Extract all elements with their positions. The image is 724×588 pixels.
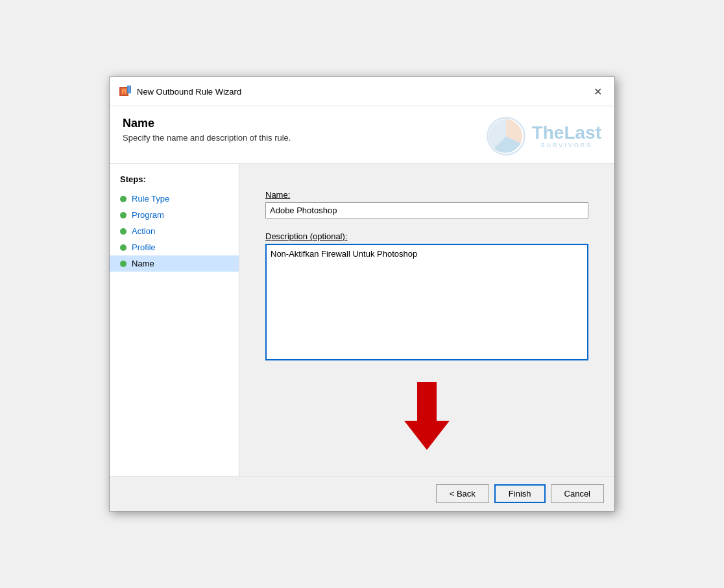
step-dot-profile: [120, 244, 127, 251]
step-dot-program: [120, 212, 127, 218]
dialog-title: New Outbound Rule Wizard: [137, 87, 241, 97]
page-subtitle: Specify the name and description of this…: [123, 133, 291, 143]
desc-label: Description (optional):: [265, 231, 588, 241]
name-input[interactable]: [265, 202, 588, 218]
red-arrow-indicator: [404, 382, 450, 450]
logo-icon: [487, 117, 525, 156]
logo-main-text: TheLast: [532, 124, 601, 142]
step-dot-rule-type: [120, 196, 127, 202]
cancel-button[interactable]: Cancel: [551, 484, 604, 503]
back-button[interactable]: < Back: [436, 484, 489, 503]
description-textarea[interactable]: Non-Aktifkan Firewall Untuk Photoshop: [265, 244, 588, 360]
finish-button[interactable]: Finish: [494, 484, 546, 503]
arrow-head: [404, 421, 450, 450]
title-bar: New Outbound Rule Wizard ✕: [110, 77, 614, 106]
wizard-icon: [119, 85, 132, 98]
main-content: Name: Description (optional): Non-Aktifk…: [239, 164, 614, 476]
arrow-container: [265, 382, 588, 450]
sidebar-label-rule-type: Rule Type: [132, 194, 169, 204]
sidebar-item-program[interactable]: Program: [110, 207, 239, 223]
sidebar-item-name[interactable]: Name: [110, 255, 239, 272]
sidebar-item-rule-type[interactable]: Rule Type: [110, 191, 239, 207]
step-dot-action: [120, 228, 127, 235]
sidebar-header: Steps:: [110, 174, 239, 191]
logo-text-area: TheLast SURVIVORS: [532, 124, 601, 148]
title-bar-left: New Outbound Rule Wizard: [119, 85, 241, 98]
sidebar-item-profile[interactable]: Profile: [110, 239, 239, 255]
logo-area: TheLast SURVIVORS: [487, 117, 601, 156]
content-area: Steps: Rule Type Program Action Profile …: [110, 164, 614, 476]
arrow-shaft: [417, 382, 437, 421]
name-label: Name:: [265, 190, 588, 200]
logo-sub-text: SURVIVORS: [532, 142, 601, 148]
sidebar-label-profile: Profile: [132, 242, 156, 252]
desc-label-underline: D: [265, 231, 271, 241]
svg-rect-5: [128, 86, 130, 93]
step-dot-name: [120, 261, 127, 267]
footer: < Back Finish Cancel: [110, 476, 614, 511]
description-field-group: Description (optional): Non-Aktifkan Fir…: [265, 231, 588, 362]
sidebar-label-action: Action: [132, 226, 155, 236]
close-button[interactable]: ✕: [590, 84, 605, 99]
sidebar: Steps: Rule Type Program Action Profile …: [110, 164, 239, 476]
name-label-underline: N: [265, 190, 271, 200]
sidebar-label-program: Program: [132, 210, 164, 220]
header-text: Name Specify the name and description of…: [123, 117, 291, 143]
name-field-group: Name:: [265, 190, 588, 218]
svg-rect-3: [123, 91, 125, 93]
header-section: Name Specify the name and description of…: [110, 106, 614, 164]
page-title: Name: [123, 117, 291, 130]
sidebar-item-action[interactable]: Action: [110, 223, 239, 239]
sidebar-label-name: Name: [132, 259, 154, 268]
dialog-window: New Outbound Rule Wizard ✕ Name Specify …: [109, 76, 615, 512]
